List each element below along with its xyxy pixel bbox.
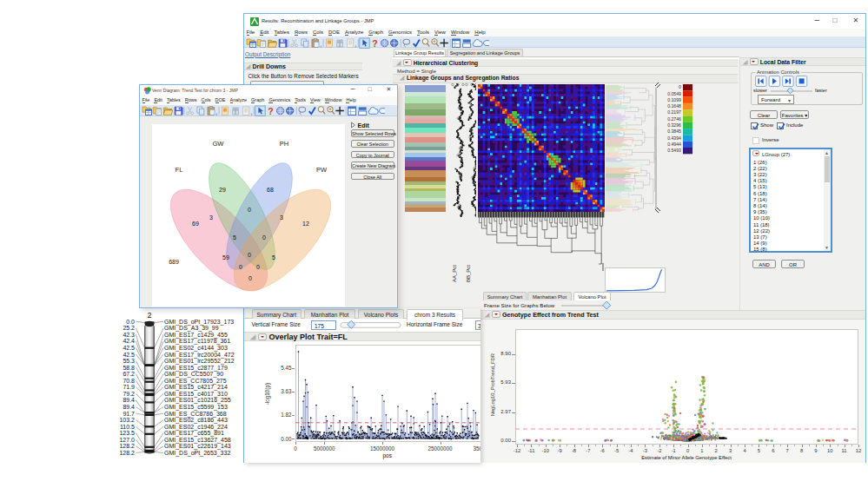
svg-text:103.2: 103.2 [119, 417, 135, 423]
svg-text:0: 0 [679, 84, 681, 89]
svg-text:89.4: 89.4 [123, 397, 135, 403]
svg-text:0.4394: 0.4394 [667, 135, 681, 141]
svg-text:GW: GW [212, 140, 224, 148]
svg-text:5: 5 [233, 234, 236, 241]
svg-text:0.1099: 0.1099 [667, 97, 681, 102]
svg-text:PH: PH [279, 140, 288, 148]
svg-text:42.5: 42.5 [123, 345, 135, 351]
svg-text:0: 0 [248, 252, 251, 258]
svg-text:70.8: 70.8 [123, 378, 135, 384]
svg-text:0.1648: 0.1648 [667, 103, 681, 109]
svg-text:FL: FL [175, 166, 182, 174]
svg-text:127.0: 127.0 [119, 437, 135, 443]
svg-text:58.8: 58.8 [123, 365, 135, 371]
svg-text:0.0: 0.0 [126, 319, 135, 325]
svg-text:89.4: 89.4 [123, 404, 135, 410]
svg-text:0: 0 [248, 275, 252, 281]
svg-text:0.3296: 0.3296 [667, 122, 681, 128]
svg-text:79.2: 79.2 [123, 391, 135, 397]
svg-text:123.5: 123.5 [119, 430, 135, 436]
svg-text:59: 59 [222, 254, 229, 260]
svg-text:128.2: 128.2 [119, 443, 135, 449]
svg-text:0.2746: 0.2746 [667, 116, 681, 122]
svg-text:29: 29 [219, 187, 226, 193]
svg-text:3: 3 [280, 214, 283, 221]
svg-text:42.4: 42.4 [123, 338, 135, 344]
svg-text:0.3845: 0.3845 [667, 129, 681, 134]
svg-text:0: 0 [248, 207, 251, 213]
svg-text:0: 0 [256, 264, 260, 270]
svg-text:689: 689 [169, 259, 179, 265]
svg-text:?: ? [372, 37, 377, 48]
svg-text:12: 12 [302, 221, 309, 227]
svg-text:5: 5 [272, 254, 275, 260]
svg-text:3: 3 [209, 214, 213, 221]
svg-text:PW: PW [315, 166, 327, 174]
svg-text:25.2: 25.2 [123, 325, 135, 331]
svg-text:68: 68 [267, 187, 274, 193]
svg-text:2: 2 [147, 311, 151, 320]
svg-text:42.3: 42.3 [123, 332, 135, 338]
svg-text:0.2197: 0.2197 [667, 109, 681, 115]
svg-text:69: 69 [192, 221, 199, 227]
svg-text:91.7: 91.7 [123, 411, 135, 417]
svg-text:0.5493: 0.5493 [667, 148, 681, 153]
svg-text:0.4944: 0.4944 [667, 142, 681, 147]
svg-text:67.2: 67.2 [123, 371, 135, 377]
svg-text:128.2: 128.2 [119, 450, 135, 456]
svg-text:71.9: 71.9 [123, 384, 135, 390]
svg-text:42.5: 42.5 [123, 352, 135, 358]
svg-text:0.0549: 0.0549 [667, 91, 681, 96]
svg-text:GMI_DS_oPt_2653_332: GMI_DS_oPt_2653_332 [164, 450, 230, 457]
svg-text:0: 0 [239, 264, 242, 270]
svg-text:110.5: 110.5 [120, 424, 135, 430]
svg-text:55.3: 55.3 [123, 358, 135, 364]
svg-text:0: 0 [262, 234, 266, 241]
